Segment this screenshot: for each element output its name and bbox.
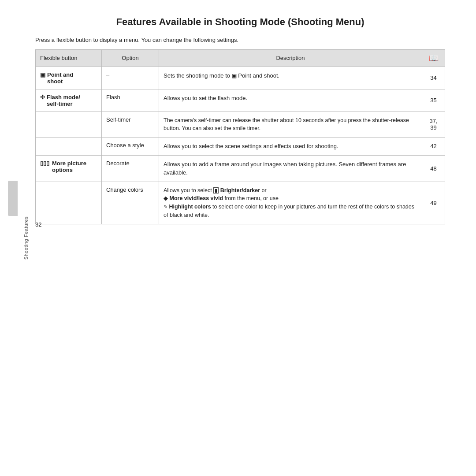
- brighter-icon: ▮: [213, 187, 219, 193]
- table-row: Self-timer The camera's self-timer can r…: [36, 112, 445, 138]
- page-number: 32: [35, 221, 41, 228]
- flex-button-cell-colors: [36, 182, 102, 224]
- page-ref-cell: 34: [422, 67, 445, 89]
- flex-button-cell-style: [36, 138, 102, 156]
- desc-decorate: Allows you to add a frame around your im…: [164, 161, 406, 176]
- page-content: Features Available in Shooting Mode (Sho…: [0, 0, 476, 240]
- flex-button-cell: ▣ Point andshoot: [36, 67, 102, 89]
- table-row: ▣ Point andshoot – Sets the shooting mod…: [36, 67, 445, 89]
- description-cell-flash: Allows you to set the flash mode.: [159, 89, 422, 112]
- highlight-icon: ✎: [164, 204, 167, 209]
- page-ref-cell-selftimer: 37, 39: [422, 112, 445, 138]
- flex-label-more: ▯▯▯ More pictureoptions: [40, 160, 97, 173]
- table-row: Choose a style Allows you to select the …: [36, 138, 445, 156]
- desc-selftimer: The camera's self-timer can release the …: [164, 117, 409, 132]
- option-style: Choose a style: [106, 142, 144, 149]
- table-row: ▯▯▯ More pictureoptions Decorate Allows …: [36, 155, 445, 182]
- page-ref-cell-colors: 49: [422, 182, 445, 224]
- vivid-label: More vivid/less vivid: [169, 195, 223, 201]
- page-ref-style: 42: [430, 143, 436, 149]
- table-row: Change colors Allows you to select ▮ Bri…: [36, 182, 445, 224]
- desc-flash: Allows you to set the flash mode.: [164, 95, 247, 101]
- page-title: Features Available in Shooting Mode (Sho…: [35, 16, 445, 29]
- option-cell-style: Choose a style: [102, 138, 159, 156]
- flex-label-flash: ✣ Flash mode/self-timer: [40, 94, 97, 107]
- flex-label-text: Point andshoot: [47, 71, 73, 85]
- features-table: Flexible button Option Description 📖 ▣ P…: [35, 49, 445, 224]
- brighter-label: Brighter/darker: [220, 187, 260, 193]
- page-ref-selftimer: 37, 39: [429, 118, 437, 131]
- page-ref-cell-flash: 35: [422, 89, 445, 112]
- desc-style: Allows you to select the scene settings …: [164, 143, 338, 149]
- header-option: Option: [102, 49, 159, 67]
- description-cell-selftimer: The camera's self-timer can release the …: [159, 112, 422, 138]
- option-decorate: Decorate: [106, 160, 130, 167]
- page-ref-colors: 49: [430, 200, 436, 206]
- flex-button-cell-flash: ✣ Flash mode/self-timer: [36, 89, 102, 112]
- option-selftimer: Self-timer: [106, 116, 131, 123]
- page-ref: 34: [430, 74, 436, 81]
- description-cell-decorate: Allows you to add a frame around your im…: [159, 155, 422, 182]
- option-flash: Flash: [106, 94, 120, 100]
- flash-icon: ✣: [40, 94, 45, 100]
- page-ref-flash: 35: [430, 97, 436, 104]
- table-header-row: Flexible button Option Description 📖: [36, 49, 445, 67]
- header-description: Description: [159, 49, 422, 67]
- option-cell-colors: Change colors: [102, 182, 159, 224]
- highlight-label: Highlight colors: [169, 204, 211, 210]
- book-icon: 📖: [429, 54, 439, 63]
- flex-label-point-shoot: ▣ Point andshoot: [40, 71, 97, 85]
- page-ref-cell-style: 42: [422, 138, 445, 156]
- option-cell-flash: Flash: [102, 89, 159, 112]
- option-cell: –: [102, 67, 159, 89]
- intro-text: Press a flexible button to display a men…: [35, 37, 445, 43]
- scene-icon: ▯▯▯: [40, 160, 49, 167]
- option-cell-selftimer: Self-timer: [102, 112, 159, 138]
- table-row: ✣ Flash mode/self-timer Flash Allows you…: [36, 89, 445, 112]
- camera-icon: ▣: [40, 71, 45, 78]
- header-book-icon: 📖: [422, 49, 445, 67]
- description-cell-colors: Allows you to select ▮ Brighter/darker o…: [159, 182, 422, 224]
- diamond-vivid: ◆: [164, 195, 168, 201]
- header-flexible-button: Flexible button: [36, 49, 102, 67]
- option-dash: –: [106, 71, 109, 78]
- flex-button-cell-selftimer: [36, 112, 102, 138]
- description-cell: Sets the shooting mode to ▣ Point and sh…: [159, 67, 422, 89]
- option-colors: Change colors: [106, 186, 143, 193]
- page-ref-cell-decorate: 48: [422, 155, 445, 182]
- description-cell-style: Allows you to select the scene settings …: [159, 138, 422, 156]
- flex-button-cell-more: ▯▯▯ More pictureoptions: [36, 155, 102, 182]
- flex-label-text: Flash mode/self-timer: [47, 94, 80, 107]
- page-ref-decorate: 48: [430, 165, 436, 172]
- flex-label-more-text: More pictureoptions: [52, 160, 86, 173]
- option-cell-decorate: Decorate: [102, 155, 159, 182]
